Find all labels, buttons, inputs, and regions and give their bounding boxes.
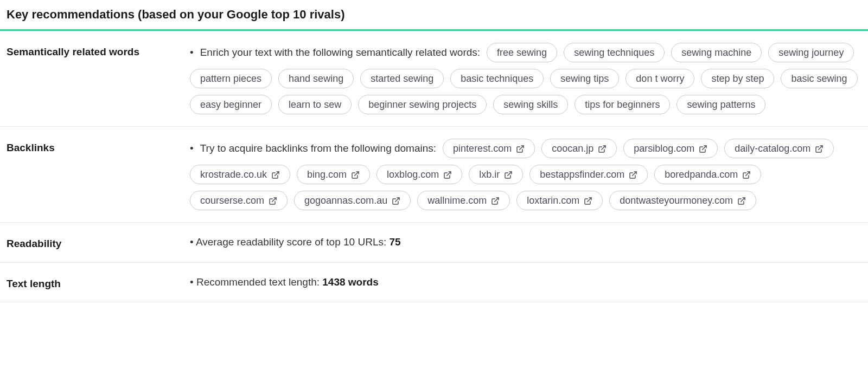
- recommendations-title: Key recommendations (based on your Googl…: [7, 8, 861, 22]
- svg-line-13: [588, 198, 591, 202]
- readability-lead: Average readability score of top 10 URLs…: [196, 236, 386, 248]
- external-link-icon: [737, 196, 746, 205]
- svg-line-4: [275, 172, 279, 176]
- bullet: •: [190, 43, 194, 62]
- external-link-icon: [443, 170, 452, 179]
- backlink-domain-pill[interactable]: loxblog.com: [376, 165, 462, 184]
- textlength-value: 1438 words: [322, 276, 379, 288]
- svg-line-8: [633, 172, 636, 176]
- external-link-icon: [598, 144, 607, 153]
- backlink-domain-pill[interactable]: loxtarin.com: [516, 191, 603, 210]
- svg-line-2: [703, 146, 706, 150]
- recommendations-header: Key recommendations (based on your Googl…: [0, 0, 868, 31]
- svg-line-7: [508, 172, 512, 176]
- external-link-icon: [815, 144, 824, 153]
- backlink-domain-pill[interactable]: wallnime.com: [417, 191, 510, 210]
- section-readability-body: • Average readability score of top 10 UR…: [190, 235, 861, 250]
- svg-line-10: [272, 198, 276, 202]
- backlink-domain-text: krostrade.co.uk: [200, 168, 267, 180]
- semantic-word-pill[interactable]: beginner sewing projects: [358, 95, 487, 114]
- section-textlength: Text length • Recommended text length: 1…: [0, 263, 868, 303]
- semantic-word-pill[interactable]: pattern pieces: [190, 69, 272, 88]
- backlink-domain-text: loxblog.com: [387, 168, 439, 180]
- textlength-lead: Recommended text length:: [196, 276, 320, 288]
- backlink-domain-text: parsiblog.com: [634, 142, 694, 154]
- svg-line-14: [741, 198, 745, 202]
- semantic-word-pill[interactable]: tips for beginners: [575, 95, 670, 114]
- backlinks-lead-text: Try to acquire backlinks from the follow…: [200, 139, 436, 158]
- backlink-domain-text: daily-catalog.com: [735, 142, 810, 154]
- section-textlength-body: • Recommended text length: 1438 words: [190, 275, 861, 290]
- semantic-word-pill[interactable]: learn to sew: [278, 95, 352, 114]
- external-link-icon: [516, 144, 525, 153]
- backlink-domain-text: dontwasteyourmoney.com: [620, 195, 733, 206]
- backlink-domain-pill[interactable]: daily-catalog.com: [724, 139, 834, 158]
- semantic-word-pill[interactable]: sewing patterns: [676, 95, 765, 114]
- backlink-domain-pill[interactable]: courserse.com: [190, 191, 288, 210]
- svg-line-6: [447, 172, 451, 176]
- section-readability: Readability • Average readability score …: [0, 223, 868, 263]
- backlink-domain-pill[interactable]: dontwasteyourmoney.com: [609, 191, 756, 210]
- svg-line-5: [355, 172, 359, 176]
- backlink-domain-text: bing.com: [307, 168, 347, 180]
- section-backlinks-label: Backlinks: [7, 139, 190, 210]
- backlink-domain-text: loxtarin.com: [527, 195, 579, 206]
- backlink-domain-pill[interactable]: gogoannas.com.au: [294, 191, 411, 210]
- section-textlength-label: Text length: [7, 275, 190, 290]
- backlink-domain-text: courserse.com: [200, 195, 264, 206]
- section-semantic-body: • Enrich your text with the following se…: [190, 43, 861, 114]
- semantic-word-pill[interactable]: basic sewing: [781, 69, 857, 88]
- backlink-domain-pill[interactable]: bestappsfinder.com: [529, 165, 648, 184]
- bullet: •: [190, 236, 196, 248]
- semantic-word-pill[interactable]: easy beginner: [190, 95, 272, 114]
- external-link-icon: [271, 170, 280, 179]
- backlinks-pill-list: • Try to acquire backlinks from the foll…: [190, 139, 861, 210]
- backlink-domain-text: lxb.ir: [479, 168, 500, 180]
- backlink-domain-text: wallnime.com: [427, 195, 487, 206]
- textlength-stat: • Recommended text length: 1438 words: [190, 275, 861, 290]
- svg-line-9: [746, 172, 750, 176]
- backlink-domain-text: coocan.jp: [552, 142, 593, 154]
- semantic-word-pill[interactable]: sewing skills: [493, 95, 568, 114]
- external-link-icon: [351, 170, 360, 179]
- semantic-word-pill[interactable]: free sewing: [487, 43, 557, 62]
- bullet: •: [190, 139, 194, 158]
- semantic-word-pill[interactable]: started sewing: [360, 69, 444, 88]
- svg-line-1: [602, 146, 605, 150]
- semantic-pill-list: • Enrich your text with the following se…: [190, 43, 861, 114]
- section-readability-label: Readability: [7, 235, 190, 250]
- semantic-word-pill[interactable]: don t worry: [626, 69, 694, 88]
- readability-stat: • Average readability score of top 10 UR…: [190, 235, 861, 250]
- backlink-domain-pill[interactable]: pinterest.com: [443, 139, 535, 158]
- external-link-icon: [269, 196, 277, 205]
- semantic-word-pill[interactable]: hand sewing: [278, 69, 354, 88]
- backlink-domain-pill[interactable]: bing.com: [297, 165, 370, 184]
- semantic-word-pill[interactable]: sewing journey: [768, 43, 854, 62]
- backlink-domain-pill[interactable]: coocan.jp: [541, 139, 617, 158]
- readability-value: 75: [390, 236, 401, 248]
- backlink-domain-pill[interactable]: boredpanda.com: [654, 165, 761, 184]
- backlink-domain-pill[interactable]: lxb.ir: [469, 165, 523, 184]
- semantic-word-pill[interactable]: sewing machine: [671, 43, 762, 62]
- bullet: •: [190, 276, 196, 288]
- backlink-domain-text: boredpanda.com: [665, 168, 738, 180]
- backlink-domain-pill[interactable]: krostrade.co.uk: [190, 165, 290, 184]
- external-link-icon: [699, 144, 707, 153]
- section-backlinks-body: • Try to acquire backlinks from the foll…: [190, 139, 861, 210]
- section-backlinks: Backlinks • Try to acquire backlinks fro…: [0, 127, 868, 223]
- external-link-icon: [392, 196, 400, 205]
- svg-line-0: [520, 146, 524, 150]
- svg-line-11: [395, 198, 399, 202]
- external-link-icon: [584, 196, 592, 205]
- semantic-word-pill[interactable]: step by step: [701, 69, 774, 88]
- semantic-word-pill[interactable]: sewing tips: [550, 69, 619, 88]
- semantic-lead-text: Enrich your text with the following sema…: [200, 43, 480, 62]
- semantic-word-pill[interactable]: basic techniques: [450, 69, 544, 88]
- backlink-domain-pill[interactable]: parsiblog.com: [623, 139, 718, 158]
- svg-line-12: [495, 198, 499, 202]
- svg-line-3: [819, 146, 822, 150]
- external-link-icon: [491, 196, 500, 205]
- semantic-word-pill[interactable]: sewing techniques: [564, 43, 665, 62]
- section-semantic-words: Semantically related words • Enrich your…: [0, 31, 868, 127]
- backlink-domain-text: gogoannas.com.au: [304, 195, 387, 206]
